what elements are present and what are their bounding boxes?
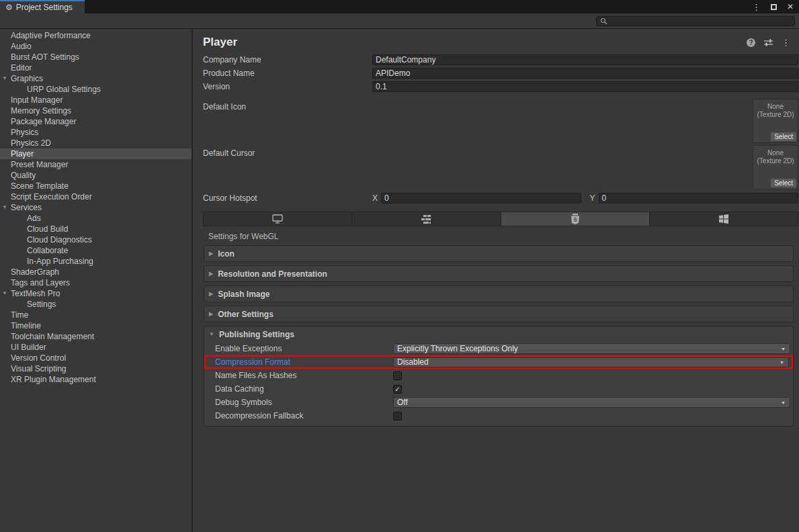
section-label: Resolution and Presentation [218, 269, 327, 279]
cursor-hotspot-label: Cursor Hotspot [203, 193, 372, 203]
presets-icon[interactable] [764, 38, 773, 47]
sidebar-item-label: Burst AOT Settings [11, 52, 79, 62]
sidebar-item-toolchain-management[interactable]: Toolchain Management [0, 331, 192, 342]
decompression-fallback-checkbox[interactable] [393, 412, 402, 420]
sidebar-item-label: Physics [11, 128, 38, 137]
sidebar-item-memory-settings[interactable]: Memory Settings [0, 105, 192, 116]
sidebar-item-scene-template[interactable]: Scene Template [0, 181, 192, 191]
project-settings-tab[interactable]: ⚙ Project Settings [0, 0, 85, 13]
compression-format-dropdown[interactable]: Disabled ▼ [393, 357, 789, 367]
select-button[interactable]: Select [771, 132, 796, 141]
sidebar-item-cloud-diagnostics[interactable]: Cloud Diagnostics [0, 234, 192, 245]
sidebar-item-label: Adaptive Performance [11, 31, 91, 40]
sidebar-item-shadergraph[interactable]: ShaderGraph [0, 267, 192, 277]
sidebar-item-label: Ads [27, 214, 41, 223]
sidebar-item-label: Cloud Build [27, 224, 68, 234]
section-label: Splash Image [218, 290, 269, 299]
sidebar-item-physics-2d[interactable]: Physics 2D [0, 138, 192, 148]
sidebar-item-label: Preset Manager [11, 160, 68, 169]
default-cursor-texture-slot[interactable]: None (Texture 2D) Select [753, 145, 798, 189]
section-header-resolution[interactable]: ▶ Resolution and Presentation [204, 266, 793, 281]
section-header-other[interactable]: ▶ Other Settings [204, 306, 793, 322]
sidebar-item-timeline[interactable]: Timeline [0, 320, 192, 331]
sidebar-item-textmesh-pro[interactable]: ▼TextMesh Pro [0, 288, 192, 299]
default-icon-texture-slot[interactable]: None (Texture 2D) Select [753, 99, 798, 143]
foldout-open-icon[interactable]: ▼ [2, 202, 7, 213]
tab-windows-uwp[interactable] [650, 212, 798, 226]
section-header-icon[interactable]: ▶ Icon [204, 246, 793, 261]
section-icon: ▶ Icon [204, 245, 794, 262]
close-icon[interactable]: ✕ [787, 3, 794, 11]
search-input[interactable] [596, 16, 795, 26]
sidebar-item-tmp-settings[interactable]: Settings [0, 299, 192, 310]
sidebar-item-quality[interactable]: Quality [0, 170, 192, 181]
panel-menu-icon[interactable]: ⋮ [782, 38, 790, 48]
sidebar-item-graphics[interactable]: ▼Graphics [0, 73, 192, 84]
tab-webgl[interactable]: 5 [501, 212, 650, 226]
texture-none-label: None [753, 103, 798, 111]
name-files-as-hashes-label: Name Files As Hashes [215, 371, 393, 380]
sidebar-item-version-control[interactable]: Version Control [0, 353, 192, 363]
sidebar-item-tags-and-layers[interactable]: Tags and Layers [0, 277, 192, 288]
sidebar-item-burst-aot-settings[interactable]: Burst AOT Settings [0, 52, 192, 62]
windows-uwp-icon [719, 214, 728, 224]
product-name-field[interactable]: APIDemo [372, 68, 798, 79]
sidebar-item-label: UI Builder [11, 343, 46, 352]
publishing-settings-body: Enable Exceptions Explicitly Thrown Exce… [204, 342, 793, 426]
data-caching-checkbox[interactable]: ✓ [393, 385, 402, 394]
help-icon[interactable]: ? [747, 38, 755, 47]
sidebar-item-package-manager[interactable]: Package Manager [0, 116, 192, 127]
sidebar-item-player[interactable]: Player [0, 148, 192, 159]
foldout-open-icon[interactable]: ▼ [2, 288, 7, 299]
sidebar-item-audio[interactable]: Audio [0, 41, 192, 52]
sidebar-item-label: Graphics [11, 74, 43, 83]
window-menu-icon[interactable]: ⋮ [752, 3, 761, 11]
sidebar-item-xr-plugin-management[interactable]: XR Plugin Management [0, 374, 192, 385]
select-button[interactable]: Select [771, 179, 796, 187]
company-name-label: Company Name [203, 55, 372, 64]
debug-symbols-dropdown[interactable]: Off ▼ [393, 397, 790, 408]
section-label: Publishing Settings [219, 330, 294, 339]
tab-standalone[interactable] [204, 212, 352, 226]
sidebar-item-physics[interactable]: Physics [0, 127, 192, 138]
section-label: Icon [218, 249, 235, 259]
sidebar-item-services[interactable]: ▼Services [0, 202, 192, 213]
default-cursor-row: Default Cursor None (Texture 2D) Select [194, 145, 799, 191]
window-titlebar: ⚙ Project Settings ⋮ ✕ [0, 0, 799, 13]
foldout-closed-icon: ▶ [209, 291, 213, 297]
sidebar-item-preset-manager[interactable]: Preset Manager [0, 159, 192, 170]
section-header-splash[interactable]: ▶ Splash Image [204, 286, 793, 302]
dedicated-server-icon [421, 215, 431, 224]
section-header-publishing[interactable]: ▼ Publishing Settings [204, 326, 793, 342]
sidebar-item-label: ShaderGraph [11, 267, 59, 277]
foldout-open-icon[interactable]: ▼ [2, 73, 7, 84]
sidebar-item-ui-builder[interactable]: UI Builder [0, 342, 192, 353]
sidebar-item-time[interactable]: Time [0, 310, 192, 320]
sidebar-item-visual-scripting[interactable]: Visual Scripting [0, 363, 192, 374]
hotspot-y-field[interactable]: 0 [599, 193, 798, 204]
sidebar-item-input-manager[interactable]: Input Manager [0, 95, 192, 105]
sidebar-item-editor[interactable]: Editor [0, 62, 192, 73]
hotspot-x-field[interactable]: 0 [381, 193, 581, 204]
section-publishing-settings: ▼ Publishing Settings Enable Exceptions … [204, 326, 794, 427]
sidebar-item-ads[interactable]: Ads [0, 213, 192, 224]
maximize-icon[interactable] [771, 4, 777, 10]
toolbar [0, 13, 799, 29]
tab-dedicated-server[interactable] [352, 212, 501, 226]
sidebar-item-label: Package Manager [11, 117, 76, 126]
sidebar-item-cloud-build[interactable]: Cloud Build [0, 224, 192, 234]
hotspot-y-label: Y [590, 193, 595, 203]
sidebar-item-urp-global-settings[interactable]: URP Global Settings [0, 84, 192, 95]
sidebar-item-script-execution-order[interactable]: Script Execution Order [0, 191, 192, 202]
enable-exceptions-label: Enable Exceptions [215, 344, 393, 353]
version-field[interactable]: 0.1 [372, 81, 798, 92]
sidebar-item-adaptive-performance[interactable]: Adaptive Performance [0, 30, 192, 41]
enable-exceptions-dropdown[interactable]: Explicitly Thrown Exceptions Only ▼ [393, 343, 790, 354]
sidebar-item-collaborate[interactable]: Collaborate [0, 245, 192, 256]
section-label: Other Settings [218, 310, 274, 319]
company-name-field[interactable]: DefaultCompany [372, 54, 798, 65]
gear-icon: ⚙ [5, 3, 13, 12]
default-cursor-label: Default Cursor [203, 145, 255, 191]
name-files-as-hashes-checkbox[interactable] [393, 371, 402, 380]
sidebar-item-in-app-purchasing[interactable]: In-App Purchasing [0, 256, 192, 267]
